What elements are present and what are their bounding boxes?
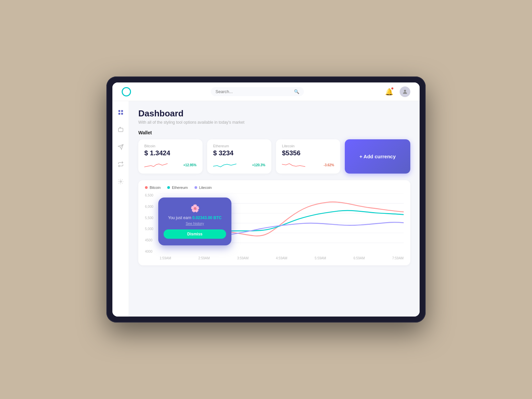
header: 🔍 🔔 <box>112 82 420 101</box>
search-input[interactable] <box>215 89 291 94</box>
svg-rect-3 <box>118 113 120 115</box>
popup-amount: 0.02343.00 BTC <box>192 215 221 220</box>
svg-rect-1 <box>118 110 120 112</box>
svg-rect-4 <box>121 113 123 115</box>
litecoin-label: Litecoin <box>282 144 334 148</box>
ethereum-footer: +120.3% <box>213 161 265 169</box>
popup-emoji: 🌸 <box>164 204 226 213</box>
sidebar-item-settings[interactable] <box>116 177 125 186</box>
svg-point-0 <box>404 90 406 92</box>
sidebar-item-dashboard[interactable] <box>116 108 125 117</box>
wallet-section-label: Wallet <box>138 130 410 135</box>
ethereum-value: $ 3234 <box>213 149 265 157</box>
notification-badge <box>391 87 394 90</box>
legend-litecoin: Litecoin <box>195 186 212 190</box>
page-subtitle: With all of the styling tool options ava… <box>138 120 410 125</box>
bitcoin-card: Bitcoin $ 1.3424 +12.95% <box>138 139 202 174</box>
logo <box>122 87 131 96</box>
bitcoin-legend-dot <box>145 186 148 189</box>
y-axis: 6,500 6,000 5,500 5,000 4500 4000 <box>145 194 153 260</box>
bitcoin-footer: +12.95% <box>144 161 197 169</box>
ethereum-percent: +120.3% <box>252 163 265 167</box>
litecoin-value: $5356 <box>282 149 334 157</box>
notification-button[interactable]: 🔔 <box>384 86 394 97</box>
legend-bitcoin: Bitcoin <box>145 186 161 190</box>
x-axis: 1:59AM 2:59AM 3:59AM 4:59AM 5:59AM 6:59A… <box>160 256 404 260</box>
legend-ethereum: Ethereum <box>167 186 188 190</box>
ethereum-label: Ethereum <box>213 144 265 148</box>
bitcoin-value: $ 1.3424 <box>144 149 197 157</box>
avatar[interactable] <box>400 86 410 97</box>
dismiss-button[interactable]: Dismiss <box>164 229 226 239</box>
search-icon: 🔍 <box>294 89 299 94</box>
bitcoin-percent: +12.95% <box>183 163 197 167</box>
sidebar-item-exchange[interactable] <box>116 160 125 169</box>
search-bar[interactable]: 🔍 <box>211 87 304 96</box>
main-content: Dashboard With all of the styling tool o… <box>129 101 420 317</box>
ethereum-card: Ethereum $ 3234 +120.3% <box>207 139 271 174</box>
chart-area: Bitcoin Ethereum Litecoin 6 <box>138 180 410 265</box>
litecoin-legend-dot <box>195 186 197 189</box>
add-currency-button[interactable]: + Add currency <box>345 139 410 174</box>
litecoin-footer: -3.62% <box>282 161 334 169</box>
popup-text: You just earn 0.02343.00 BTC <box>164 215 226 220</box>
sidebar <box>112 101 129 317</box>
see-history-link[interactable]: See history <box>164 221 226 225</box>
sidebar-item-send[interactable] <box>116 142 125 152</box>
bitcoin-mini-chart <box>144 161 168 169</box>
chart-legend: Bitcoin Ethereum Litecoin <box>145 186 404 190</box>
sidebar-item-portfolio[interactable] <box>116 125 125 134</box>
notification-popup: 🌸 You just earn 0.02343.00 BTC See histo… <box>158 198 231 245</box>
bitcoin-legend-label: Bitcoin <box>150 186 161 190</box>
litecoin-mini-chart <box>282 161 305 169</box>
wallet-cards: Bitcoin $ 1.3424 +12.95% Ethereum $ 3234 <box>138 139 410 174</box>
litecoin-legend-label: Litecoin <box>199 186 212 190</box>
svg-point-8 <box>120 181 121 183</box>
svg-rect-2 <box>121 110 123 112</box>
page-title: Dashboard <box>138 108 410 119</box>
litecoin-card: Litecoin $5356 -3.62% <box>276 139 340 174</box>
svg-rect-5 <box>118 128 123 132</box>
bitcoin-label: Bitcoin <box>144 144 197 148</box>
litecoin-percent: -3.62% <box>324 163 334 167</box>
ethereum-mini-chart <box>213 161 236 169</box>
ethereum-legend-dot <box>167 186 170 189</box>
ethereum-legend-label: Ethereum <box>172 186 188 190</box>
header-right: 🔔 <box>384 86 410 97</box>
